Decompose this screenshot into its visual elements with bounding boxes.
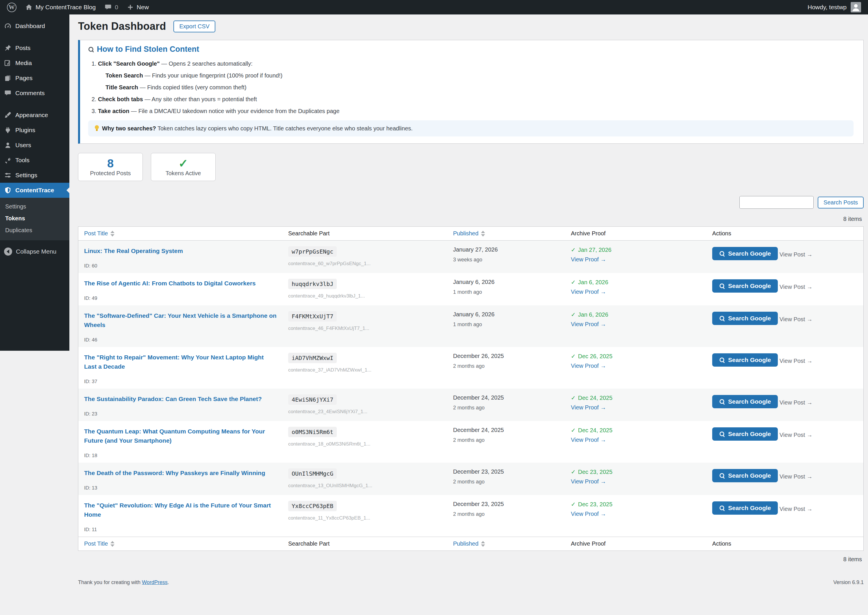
search-google-button[interactable]: Search Google [712, 469, 778, 482]
search-posts-button[interactable]: Search Posts [818, 197, 864, 208]
comment-bubble-icon [104, 3, 112, 11]
avatar[interactable] [851, 2, 861, 12]
post-title-link[interactable]: The Rise of Agentic AI: From Chatbots to… [84, 279, 256, 288]
collapse-menu-button[interactable]: Collapse Menu [0, 244, 69, 259]
howto-step: Click "Search Google" — Opens 2 searches… [98, 59, 854, 91]
howdy-account-link[interactable]: Howdy, testwp [807, 4, 846, 11]
published-relative: 2 months ago [453, 479, 559, 485]
view-proof-link[interactable]: View Proof → [571, 510, 606, 517]
view-post-link[interactable]: View Post → [779, 284, 812, 290]
published-relative: 2 months ago [453, 511, 559, 517]
view-post-link[interactable]: View Post → [779, 399, 812, 406]
submenu-item-duplicates[interactable]: Duplicates [0, 224, 69, 236]
search-google-button[interactable]: Search Google [712, 279, 778, 293]
post-title-link[interactable]: The Sustainability Paradox: Can Green Te… [84, 394, 262, 404]
wrench-icon [4, 156, 12, 164]
sort-post-title-footer[interactable]: Post Title [84, 540, 114, 547]
post-title-link[interactable]: Linux: The Real Operating System [84, 247, 183, 256]
sidebar-item-comments[interactable]: Comments [0, 86, 69, 101]
post-id: ID: 37 [84, 379, 277, 384]
check-icon: ✓ [571, 427, 576, 434]
post-title-link[interactable]: The "Quiet" Revolution: Why Edge AI is t… [84, 501, 277, 519]
export-csv-button[interactable]: Export CSV [173, 20, 215, 33]
magnifier-icon [720, 283, 725, 289]
search-google-button[interactable]: Search Google [712, 247, 778, 260]
post-title-link[interactable]: The "Software-Defined" Car: Your Next Ve… [84, 311, 277, 329]
items-count-top: 8 items [78, 216, 862, 222]
search-google-button[interactable]: Search Google [712, 353, 778, 367]
paintbrush-icon [4, 111, 12, 119]
post-title-link[interactable]: The Quantum Leap: What Quantum Computing… [84, 427, 277, 445]
view-proof-link[interactable]: View Proof → [571, 289, 606, 295]
token-value: OUnIlSMHMgcG [288, 468, 337, 479]
sliders-icon [4, 172, 12, 179]
tip-box: Why two searches? Token catches lazy cop… [88, 120, 854, 136]
sort-asc-icon [481, 231, 485, 233]
post-title-link[interactable]: The "Right to Repair" Movement: Why Your… [84, 353, 277, 371]
site-name-link[interactable]: My ContentTrace Blog [25, 3, 96, 11]
post-id: ID: 18 [84, 453, 277, 459]
comments-shortcut[interactable]: 0 [104, 3, 118, 11]
token-full-value: contenttrace_23_4EwiSN6jYXi7_1... [288, 409, 442, 415]
page-footer: Thank you for creating with WordPress. V… [78, 579, 864, 585]
magnifier-icon [720, 473, 725, 479]
table-row: The Rise of Agentic AI: From Chatbots to… [78, 273, 864, 305]
table-row: Linux: The Real Operating System ID: 60 … [78, 240, 864, 273]
protected-posts-count: 8 [107, 157, 114, 169]
view-proof-link[interactable]: View Proof → [571, 321, 606, 328]
wordpress-link[interactable]: WordPress [142, 579, 168, 585]
submenu-item-settings[interactable]: Settings [0, 201, 69, 212]
published-date: December 23, 2025 [453, 468, 559, 475]
published-date: January 6, 2026 [453, 311, 559, 318]
search-google-button[interactable]: Search Google [712, 501, 778, 515]
footer-thanks: Thank you for creating with WordPress. [78, 579, 169, 585]
published-date: January 27, 2026 [453, 247, 559, 253]
post-id: ID: 11 [84, 527, 277, 532]
sort-published-header[interactable]: Published [453, 230, 485, 237]
new-content-button[interactable]: New [127, 4, 149, 11]
view-post-link[interactable]: View Post → [779, 432, 812, 438]
archive-status: ✓Jan 6, 2026 [571, 279, 701, 286]
post-id: ID: 60 [84, 263, 277, 269]
submenu-item-tokens[interactable]: Tokens [0, 212, 69, 224]
view-proof-link[interactable]: View Proof → [571, 362, 606, 369]
sidebar-item-settings[interactable]: Settings [0, 168, 69, 183]
sidebar-item-pages[interactable]: Pages [0, 70, 69, 86]
view-post-link[interactable]: View Post → [779, 316, 812, 323]
magnifier-icon [88, 47, 94, 52]
actions-footer: Actions [706, 537, 863, 551]
sidebar-item-dashboard[interactable]: Dashboard [0, 19, 69, 34]
view-proof-link[interactable]: View Proof → [571, 437, 606, 443]
sort-post-title-header[interactable]: Post Title [84, 230, 114, 237]
view-proof-link[interactable]: View Proof → [571, 404, 606, 411]
sort-published-footer[interactable]: Published [453, 540, 485, 547]
published-relative: 2 months ago [453, 437, 559, 443]
sidebar-item-posts[interactable]: Posts [0, 41, 69, 56]
view-proof-link[interactable]: View Proof → [571, 478, 606, 485]
search-google-button[interactable]: Search Google [712, 427, 778, 441]
search-input[interactable] [739, 196, 813, 209]
sidebar-item-plugins[interactable]: Plugins [0, 123, 69, 137]
sidebar-item-media[interactable]: Media [0, 56, 69, 70]
wordpress-logo-icon[interactable]: W [7, 3, 17, 12]
magnifier-icon [720, 316, 725, 321]
sidebar-item-tools[interactable]: Tools [0, 153, 69, 168]
searchable-part-footer: Searchable Part [282, 537, 447, 551]
search-google-button[interactable]: Search Google [712, 312, 778, 325]
view-post-link[interactable]: View Post → [779, 357, 812, 364]
post-title-link[interactable]: The Death of the Password: Why Passkeys … [84, 468, 265, 478]
media-icon [4, 59, 12, 67]
magnifier-icon [720, 399, 725, 404]
post-id: ID: 13 [84, 485, 277, 491]
view-post-link[interactable]: View Post → [779, 251, 812, 258]
view-proof-link[interactable]: View Proof → [571, 256, 606, 263]
published-date: December 23, 2025 [453, 501, 559, 507]
view-post-link[interactable]: View Post → [779, 473, 812, 480]
sidebar-item-appearance[interactable]: Appearance [0, 108, 69, 123]
sidebar-item-users[interactable]: Users [0, 137, 69, 153]
search-google-button[interactable]: Search Google [712, 395, 778, 408]
archive-status: ✓Dec 24, 2025 [571, 394, 701, 401]
sidebar-item-contenttrace[interactable]: ContentTrace [0, 183, 69, 198]
view-post-link[interactable]: View Post → [779, 506, 812, 512]
token-full-value: contenttrace_46_F4FKMtXxUjT7_1... [288, 326, 442, 331]
